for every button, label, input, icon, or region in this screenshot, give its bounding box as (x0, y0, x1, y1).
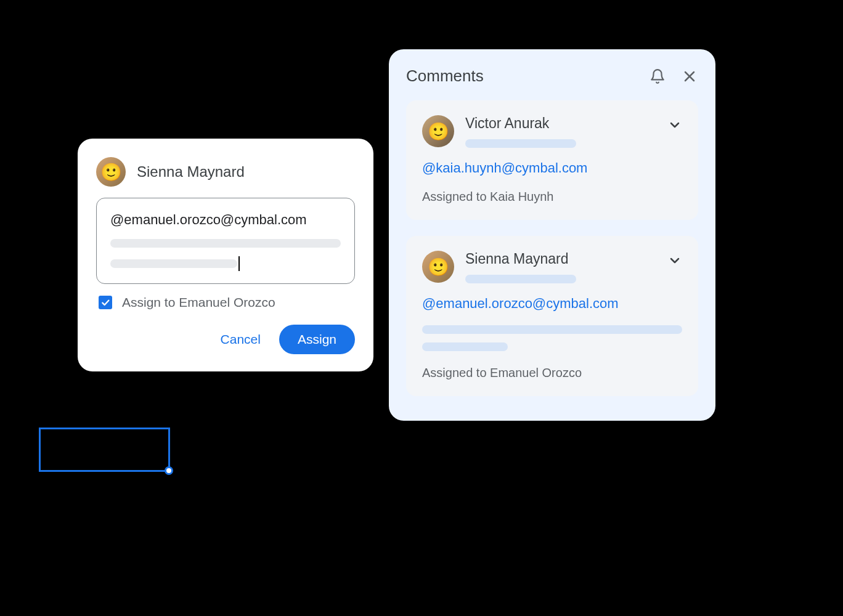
assign-label: Assign to Emanuel Orozco (122, 295, 275, 310)
assign-checkbox[interactable] (99, 296, 112, 309)
avatar: 🙂 (422, 251, 454, 283)
comment-input[interactable]: @emanuel.orozco@cymbal.com (96, 198, 355, 284)
panel-actions (649, 68, 698, 85)
notifications-icon[interactable] (649, 68, 666, 85)
comment-author: Sienna Maynard (465, 251, 656, 267)
chevron-down-icon[interactable] (667, 253, 682, 270)
comment-compose-card: 🙂 Sienna Maynard @emanuel.orozco@cymbal.… (78, 139, 373, 371)
comment-header: 🙂 Victor Anurak (422, 115, 682, 148)
assigned-to-label: Assigned to Emanuel Orozco (422, 366, 682, 380)
assign-row: Assign to Emanuel Orozco (96, 295, 355, 310)
comments-panel: Comments 🙂 Victor Anurak @kaia.huynh@cym… (389, 49, 715, 421)
placeholder-line (422, 325, 682, 334)
panel-header: Comments (406, 67, 698, 86)
cell-drag-handle[interactable] (165, 466, 173, 475)
comment-card[interactable]: 🙂 Victor Anurak @kaia.huynh@cymbal.com A… (406, 100, 698, 220)
text-cursor (238, 256, 240, 271)
close-icon[interactable] (681, 68, 698, 85)
assigned-to-label: Assigned to Kaia Huynh (422, 190, 682, 204)
placeholder-line (465, 275, 576, 283)
chevron-down-icon[interactable] (667, 118, 682, 135)
cell-selection (39, 428, 170, 472)
comment-mention[interactable]: @kaia.huynh@cymbal.com (422, 160, 682, 176)
panel-title: Comments (406, 67, 484, 86)
placeholder-line (465, 139, 576, 148)
assign-button[interactable]: Assign (279, 325, 355, 354)
comment-mention[interactable]: @emanuel.orozco@cymbal.com (422, 296, 682, 312)
comment-header: 🙂 Sienna Maynard (422, 251, 682, 283)
mention-text: @emanuel.orozco@cymbal.com (110, 212, 341, 228)
avatar: 🙂 (96, 157, 126, 187)
avatar: 🙂 (422, 115, 454, 147)
comment-card[interactable]: 🙂 Sienna Maynard @emanuel.orozco@cymbal.… (406, 236, 698, 396)
compose-header: 🙂 Sienna Maynard (96, 157, 355, 187)
comment-author: Victor Anurak (465, 115, 656, 132)
compose-author-name: Sienna Maynard (137, 163, 245, 180)
placeholder-line (110, 239, 341, 248)
placeholder-line (110, 259, 237, 268)
cancel-button[interactable]: Cancel (210, 326, 272, 353)
button-row: Cancel Assign (96, 325, 355, 354)
placeholder-line (422, 342, 508, 351)
